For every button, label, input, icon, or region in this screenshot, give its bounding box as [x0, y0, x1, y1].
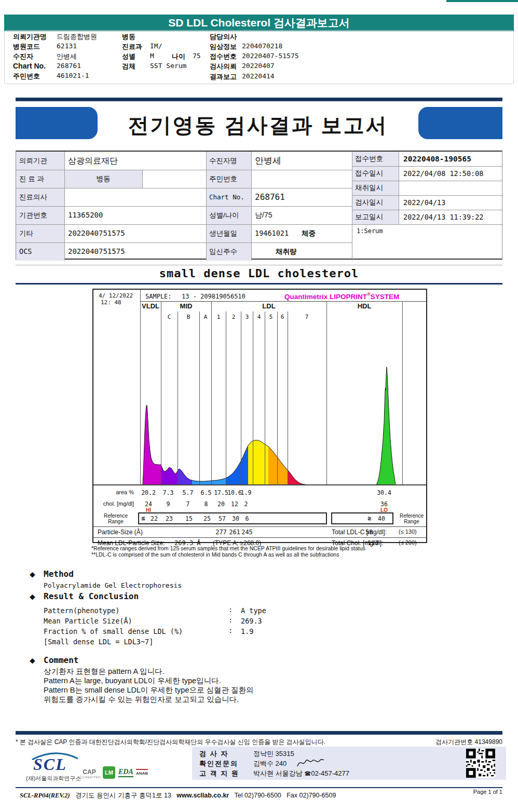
sign-label: 고 객 지 원 [199, 769, 239, 778]
field-value: IM/ [150, 42, 162, 52]
subband-label: 1 [212, 314, 225, 320]
field-value: 268761 [57, 62, 81, 72]
weight-label: 체중 [302, 224, 316, 242]
cell-value: 병동 [64, 170, 142, 188]
ref-label-line1: Reference [400, 513, 424, 519]
form-footer: SCL-RP04(REV.2) 경기도 용인시 기흥구 흥덕1로 13 www.… [20, 791, 336, 800]
lab-address: 경기도 용인시 기흥구 흥덕1로 13 [75, 792, 171, 799]
section-title: small dense LDL cholesterol [0, 267, 518, 280]
area-value: 20.2 [139, 489, 158, 496]
cell-value: 19461021 [255, 224, 289, 242]
eda-logo: EDA [118, 768, 133, 777]
field-label: 의뢰기관명 [13, 32, 57, 42]
banner-right-block [418, 107, 502, 139]
result-row-value: 269.3 [241, 617, 262, 625]
cap-logo: CAP ACCREDITED [78, 768, 101, 779]
patient-row: 진료과IM/ [122, 42, 210, 52]
chol-value: 9 [159, 500, 178, 508]
ref-value: 6 [238, 515, 256, 522]
chart-time: 12: 48 [101, 299, 121, 306]
band-label-mid: MID [161, 302, 211, 310]
lab-url: www.scllab.co.kr [176, 792, 229, 799]
table-line [142, 170, 143, 188]
cap-logo-subtext: ACCREDITED [78, 776, 101, 779]
field-value: 2204070218 [242, 42, 282, 52]
row-label: OCS [16, 242, 64, 261]
patient-row: 수진자안병세 [13, 52, 117, 62]
gridline [277, 312, 278, 485]
registered-icon: ® [367, 292, 371, 297]
total-ldl-value: 58 [365, 529, 373, 536]
cell-value: 2022040751575 [68, 242, 125, 261]
gridline [199, 312, 200, 485]
info-table: 의뢰기관 진 료 과 진료의사 기관번호 기타 OCS 삼광의료재단 병동 11… [16, 151, 502, 260]
anab-logo: ANAB [136, 769, 148, 776]
subband-label: 5 [265, 314, 277, 320]
patient-row: 임상정보2204070218 [210, 42, 334, 52]
ref-range-label-left: Reference Range [98, 513, 134, 524]
subband-label: B [182, 314, 195, 320]
comment-line: Pattern A는 large, buoyant LDL이 우세한 type입… [44, 676, 221, 686]
cell-value: 268761 [255, 188, 285, 206]
row-label: 진료의사 [16, 188, 64, 206]
cell-value: 11365200 [68, 206, 103, 224]
lab-tel: Tel 02)790-6500 [234, 792, 281, 799]
cell-value: 안병세 [255, 152, 281, 170]
patient-row: 성별M나이75 [122, 52, 210, 62]
field-value: M [150, 52, 172, 62]
comment-title: Comment [44, 655, 78, 665]
chart-baseline [93, 484, 426, 485]
ref-range-label-right: Reference Range [398, 513, 426, 524]
row-label: 채취일시 [352, 181, 399, 195]
ref-range-box-hdl: ≥ 40 [331, 512, 393, 524]
total-chol-value: 117 [367, 539, 379, 547]
diamond-icon: ◆ [30, 570, 35, 578]
gridline [211, 301, 212, 485]
colon: : [228, 626, 233, 634]
result-row-label: Pattern(phenotype) [44, 606, 119, 615]
scan-strip [446, 0, 518, 2]
gridline [241, 312, 241, 485]
field-label: 성별 [122, 52, 150, 62]
chol-value: 2 [237, 500, 255, 508]
report-title: SD LDL Cholesterol 검사결과보고서 [168, 17, 350, 29]
divider-navy [16, 731, 502, 735]
chart-date: 4/ 12/2022 [99, 292, 133, 299]
total-ldl-label: Total LDL-C [mg/dl]: [332, 529, 387, 536]
field-value: 드림종합병원 [57, 32, 97, 42]
area-value: 1.9 [237, 489, 255, 496]
field-label: 담당의사 [210, 32, 242, 42]
signature-icon [296, 756, 325, 769]
field-value: 안병세 [57, 52, 77, 62]
report-page: SD LDL Cholesterol 검사결과보고서 의뢰기관명드림종합병원 병… [0, 0, 518, 812]
subband-label: 6 [276, 314, 289, 320]
subband-label: 7 [301, 314, 313, 320]
lm-logo: LM [103, 766, 115, 779]
footnote-2: **LDL-C is comprised of the sum of chole… [91, 551, 339, 558]
footnote-1: *Reference ranges derived from 125 serum… [91, 545, 365, 551]
field-value: 20220407-51575 [242, 52, 299, 62]
patient-row: 검사의뢰20220407 [210, 62, 334, 72]
row-label: 생년월일 [206, 224, 251, 242]
cell-value: 삼광의료재단 [68, 152, 118, 170]
gridline [226, 312, 226, 485]
result-row-label: Mean Particle Size(Å) [44, 617, 132, 625]
row-label: 수진자명 [206, 152, 251, 170]
area-value-hdl: 30.4 [375, 489, 393, 496]
ref-value-hdl: 40 [378, 515, 385, 522]
gridline [161, 301, 161, 485]
sample-amount-label: 채취량 [276, 242, 297, 261]
ref-label-line1: Reference [104, 513, 128, 519]
form-number: SCL-RP04(REV.2) [20, 792, 70, 799]
chart-line [93, 537, 426, 538]
chart-line [140, 301, 426, 302]
chol-value: 24 [139, 500, 158, 508]
gridline [326, 301, 327, 485]
field-value: SST Serum [150, 62, 186, 72]
row-label: 의뢰기관 [16, 152, 64, 170]
field-label: 나이 [172, 52, 193, 62]
result-row-label: Fraction % of small dense LDL (%) [44, 627, 183, 635]
gridline [288, 312, 288, 485]
banner-title: 전기영동 검사결과 보고서 [98, 111, 418, 140]
divider-navy [16, 98, 502, 101]
